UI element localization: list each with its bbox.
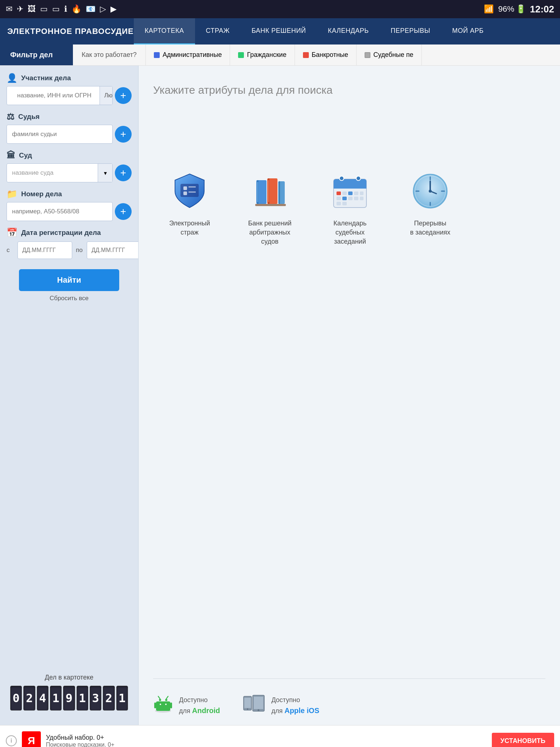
svg-point-57 bbox=[258, 709, 260, 711]
participant-dropdown[interactable]: Любой ▾ bbox=[100, 86, 113, 105]
svg-rect-48 bbox=[159, 706, 161, 711]
ios-label: Доступнодля Apple iOS bbox=[271, 695, 319, 716]
battery-icon: 🔋 bbox=[516, 4, 526, 14]
nav-item-moy-arb[interactable]: МОЙ АРБ bbox=[441, 18, 494, 44]
calendar-icon bbox=[328, 169, 372, 213]
tab-admin-label: Административные bbox=[163, 51, 222, 59]
participant-label: 👤 Участник дела bbox=[7, 73, 132, 83]
svg-rect-25 bbox=[342, 197, 347, 200]
svg-rect-21 bbox=[348, 191, 353, 195]
shield-label: Электронныйстраж bbox=[169, 219, 210, 237]
icon-card-calendar[interactable]: Календарьсудебныхзаседаний bbox=[321, 169, 379, 247]
tab-filter-label: Фильтр дел bbox=[0, 44, 73, 65]
search-reset-section: Найти Сбросить все bbox=[7, 269, 132, 302]
app-icon-3: ▷ bbox=[100, 4, 106, 14]
app-icon-1: ▭ bbox=[40, 4, 48, 14]
reset-button[interactable]: Сбросить все bbox=[7, 295, 132, 302]
date-from-input[interactable] bbox=[18, 241, 72, 259]
android-link[interactable]: Android bbox=[192, 707, 220, 715]
image-icon: 🖼 bbox=[28, 4, 36, 14]
svg-rect-47 bbox=[170, 703, 172, 708]
search-button[interactable]: Найти bbox=[19, 269, 119, 291]
android-item: Доступнодля Android bbox=[153, 693, 220, 718]
date-row: с по bbox=[7, 241, 132, 259]
counter-digit: 9 bbox=[63, 686, 75, 711]
casenum-add-button[interactable]: + bbox=[115, 203, 132, 220]
tab-court-label: Судебные пе bbox=[373, 51, 413, 59]
svg-rect-7 bbox=[257, 182, 258, 202]
date-label: 📅 Дата регистрации дела bbox=[7, 228, 132, 238]
ios-item: Доступнодля Apple iOS bbox=[242, 693, 319, 718]
svg-point-17 bbox=[339, 176, 344, 181]
svg-rect-28 bbox=[360, 197, 363, 200]
tab-bankrupt-label: Банкротные bbox=[312, 51, 348, 59]
tab-how-it-works[interactable]: Как это работает? bbox=[73, 44, 146, 65]
ad-install-button[interactable]: УСТАНОВИТЬ bbox=[492, 733, 554, 747]
date-to-input[interactable] bbox=[87, 241, 139, 259]
date-section: 📅 Дата регистрации дела с по bbox=[7, 228, 132, 259]
calendar-label: Календарьсудебныхзаседаний bbox=[334, 219, 367, 247]
svg-rect-10 bbox=[268, 180, 269, 202]
svg-rect-3 bbox=[183, 191, 187, 195]
svg-rect-23 bbox=[360, 191, 363, 195]
court-icon: 🏛 bbox=[7, 150, 15, 160]
court-label: 🏛 Суд bbox=[7, 150, 132, 160]
counter-digit: 2 bbox=[103, 686, 114, 711]
icon-card-shield[interactable]: Электронныйстраж bbox=[160, 169, 219, 247]
ad-banner: i Я Удобный набор. 0+ Поисковые подсказк… bbox=[0, 725, 560, 747]
judge-input[interactable] bbox=[7, 125, 113, 144]
ad-title: Удобный набор. 0+ bbox=[46, 734, 487, 742]
court-dropdown-arrow[interactable]: ▾ bbox=[98, 164, 112, 182]
court-input-row: название суда ▾ + bbox=[7, 163, 132, 182]
casenum-input[interactable] bbox=[7, 202, 113, 221]
casenum-label: 📁 Номер дела bbox=[7, 189, 132, 199]
judge-add-button[interactable]: + bbox=[115, 126, 132, 143]
ad-info-button[interactable]: i bbox=[6, 735, 17, 746]
ios-link[interactable]: Apple iOS bbox=[284, 707, 319, 715]
status-bar: ✉ ✈ 🖼 ▭ ▭ ℹ 🔥 📧 ▷ ▶ 📶 96% 🔋 12:02 bbox=[0, 0, 560, 18]
participant-input-wrapper[interactable]: Любой ▾ bbox=[7, 86, 113, 105]
svg-rect-24 bbox=[337, 197, 341, 200]
ad-subtitle: Поисковые подсказки. 0+ bbox=[46, 742, 487, 747]
counter-digits: 024191321 bbox=[10, 686, 128, 711]
counter-digit: 1 bbox=[116, 686, 128, 711]
participant-add-button[interactable]: + bbox=[115, 87, 132, 104]
tabs-bar: Фильтр дел Как это работает? Администрат… bbox=[0, 44, 560, 66]
svg-point-54 bbox=[247, 708, 248, 710]
svg-line-45 bbox=[166, 696, 168, 699]
search-hint: Укажите атрибуты дела для поиска bbox=[153, 84, 545, 96]
mail-icon: 📧 bbox=[86, 4, 96, 14]
android-icon bbox=[153, 693, 173, 718]
books-icon bbox=[248, 169, 292, 213]
battery-percent: 96% bbox=[498, 4, 514, 14]
fire-icon: 🔥 bbox=[71, 4, 81, 14]
participant-input[interactable] bbox=[12, 86, 100, 105]
svg-point-50 bbox=[160, 704, 161, 705]
court-add-button[interactable]: + bbox=[115, 165, 132, 181]
judge-icon: ⚖ bbox=[7, 112, 15, 122]
tab-court[interactable]: Судебные пе bbox=[357, 44, 422, 65]
nav-item-kartoteka[interactable]: КАРТОТЕКА bbox=[134, 18, 195, 44]
nav-item-strazh[interactable]: СТРАЖ bbox=[195, 18, 241, 44]
tab-bankrupt[interactable]: Банкротные bbox=[295, 44, 357, 65]
right-content: Укажите атрибуты дела для поиска bbox=[139, 66, 560, 671]
counter-digit: 1 bbox=[77, 686, 88, 711]
nav-item-perervy[interactable]: ПЕРЕРЫВЫ bbox=[380, 18, 441, 44]
tab-civil[interactable]: Гражданские bbox=[230, 44, 295, 65]
date-from-label: с bbox=[7, 247, 14, 254]
tab-admin-dot bbox=[154, 52, 160, 58]
svg-rect-30 bbox=[342, 202, 347, 205]
tab-administrative[interactable]: Административные bbox=[146, 44, 230, 65]
casenum-icon: 📁 bbox=[7, 189, 18, 199]
android-text: Доступнодля Android bbox=[179, 695, 220, 716]
status-time: 12:02 bbox=[530, 4, 555, 15]
court-section: 🏛 Суд название суда ▾ + bbox=[7, 150, 132, 182]
icon-card-clock[interactable]: Перерывыв заседаниях bbox=[401, 169, 459, 247]
icon-card-books[interactable]: Банк решенийарбитражныхсудов bbox=[241, 169, 299, 247]
svg-rect-41 bbox=[156, 701, 170, 711]
nav-item-calendar[interactable]: КАЛЕНДАРЬ bbox=[317, 18, 380, 44]
counter-digit: 1 bbox=[50, 686, 62, 711]
shield-icon bbox=[168, 169, 211, 213]
judge-section: ⚖ Судья + bbox=[7, 112, 132, 144]
nav-item-bank[interactable]: БАНК РЕШЕНИЙ bbox=[241, 18, 317, 44]
